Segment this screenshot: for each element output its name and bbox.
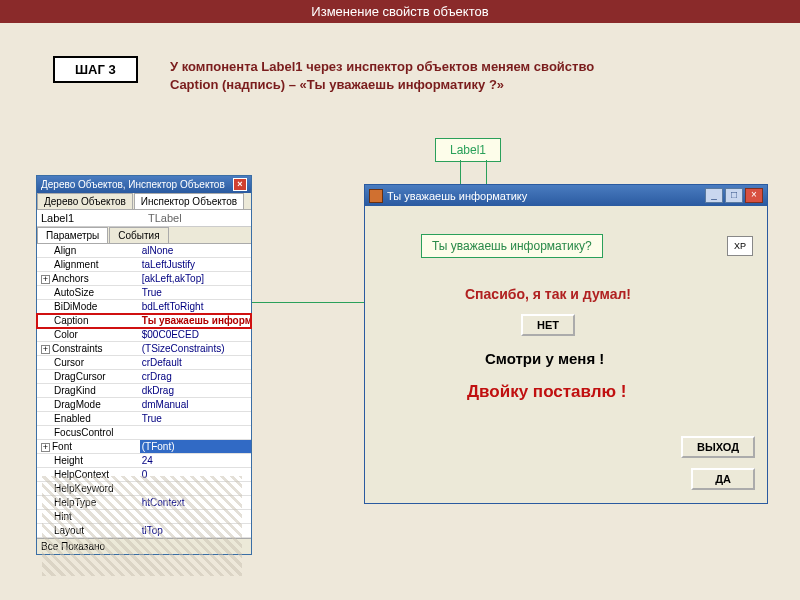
property-value[interactable]: dmManual <box>140 398 251 411</box>
connector-line <box>250 302 370 303</box>
property-row[interactable]: AlignmenttaLeftJustify <box>37 258 251 272</box>
property-value[interactable]: [akLeft,akTop] <box>140 272 251 285</box>
property-name: DragMode <box>37 398 140 411</box>
tab-object-inspector[interactable]: Инспектор Объектов <box>134 193 244 209</box>
yes-button[interactable]: ДА <box>691 468 755 490</box>
slide-title: Изменение свойств объектов <box>0 0 800 23</box>
property-value[interactable]: True <box>140 412 251 425</box>
property-value[interactable]: taLeftJustify <box>140 258 251 271</box>
object-name: Label1 <box>37 210 144 226</box>
property-name: Cursor <box>37 356 140 369</box>
inspector-titlebar[interactable]: Дерево Объектов, Инспектор Объектов × <box>37 176 251 193</box>
xp-manifest-icon[interactable]: XP <box>727 236 753 256</box>
inspector-title-text: Дерево Объектов, Инспектор Объектов <box>41 179 225 190</box>
property-name: DragCursor <box>37 370 140 383</box>
property-value[interactable]: 24 <box>140 454 251 467</box>
property-name: Height <box>37 454 140 467</box>
property-row[interactable]: +Font(TFont) <box>37 440 251 454</box>
hatched-region <box>42 476 242 576</box>
label-two[interactable]: Двойку поставлю ! <box>467 382 626 402</box>
form-title-text: Ты уважаешь информатику <box>387 190 527 202</box>
property-name: BiDiMode <box>37 300 140 313</box>
property-row[interactable]: DragCursorcrDrag <box>37 370 251 384</box>
property-name: FocusControl <box>37 426 140 439</box>
object-selector[interactable]: Label1 TLabel <box>37 210 251 227</box>
expand-icon[interactable]: + <box>41 345 50 354</box>
app-icon <box>369 189 383 203</box>
property-name: DragKind <box>37 384 140 397</box>
maximize-icon[interactable]: □ <box>725 188 743 203</box>
expand-icon[interactable]: + <box>41 443 50 452</box>
form-canvas[interactable]: Ты уважаешь информатику? XP Спасибо, я т… <box>365 206 767 502</box>
property-row[interactable]: +Constraints(TSizeConstraints) <box>37 342 251 356</box>
label1-callout: Label1 <box>435 138 501 162</box>
instruction-text: У компонента Label1 через инспектор объе… <box>170 58 600 93</box>
no-button[interactable]: НЕТ <box>521 314 575 336</box>
form-titlebar[interactable]: Ты уважаешь информатику _ □ × <box>365 185 767 206</box>
property-value[interactable]: (TSizeConstraints) <box>140 342 251 355</box>
property-name: Align <box>37 244 140 257</box>
property-row[interactable]: CursorcrDefault <box>37 356 251 370</box>
form-designer-window: Ты уважаешь информатику _ □ × Ты уважаеш… <box>364 184 768 504</box>
property-name: Color <box>37 328 140 341</box>
property-row[interactable]: FocusControl <box>37 426 251 440</box>
property-name: Alignment <box>37 258 140 271</box>
property-name: Caption <box>37 314 140 327</box>
subtab-properties[interactable]: Параметры <box>37 227 108 243</box>
property-value[interactable]: bdLeftToRight <box>140 300 251 313</box>
property-row[interactable]: BiDiModebdLeftToRight <box>37 300 251 314</box>
property-value[interactable]: $00C0ECED <box>140 328 251 341</box>
minimize-icon[interactable]: _ <box>705 188 723 203</box>
property-value[interactable]: Ты уважаешь информатику? <box>140 314 251 327</box>
property-value[interactable]: dkDrag <box>140 384 251 397</box>
property-value[interactable]: alNone <box>140 244 251 257</box>
inspector-tabs: Дерево Объектов Инспектор Объектов <box>37 193 251 210</box>
object-type: TLabel <box>144 210 251 226</box>
label-thanks[interactable]: Спасибо, я так и думал! <box>465 286 631 302</box>
property-name: +Anchors <box>37 272 140 285</box>
tab-object-tree[interactable]: Дерево Объектов <box>37 193 133 209</box>
property-row[interactable]: AlignalNone <box>37 244 251 258</box>
label-look[interactable]: Смотри у меня ! <box>485 350 604 367</box>
property-row[interactable]: DragKinddkDrag <box>37 384 251 398</box>
property-name: AutoSize <box>37 286 140 299</box>
property-row[interactable]: +Anchors[akLeft,akTop] <box>37 272 251 286</box>
property-name: +Constraints <box>37 342 140 355</box>
close-icon[interactable]: × <box>233 178 247 191</box>
property-row[interactable]: DragModedmManual <box>37 398 251 412</box>
step-badge: ШАГ 3 <box>53 56 138 83</box>
property-row[interactable]: Color$00C0ECED <box>37 328 251 342</box>
property-row[interactable]: CaptionТы уважаешь информатику? <box>37 314 251 328</box>
property-row[interactable]: EnabledTrue <box>37 412 251 426</box>
property-value[interactable] <box>140 426 251 439</box>
property-value[interactable]: True <box>140 286 251 299</box>
property-value[interactable]: crDefault <box>140 356 251 369</box>
property-row[interactable]: AutoSizeTrue <box>37 286 251 300</box>
property-value[interactable]: (TFont) <box>140 440 251 453</box>
close-icon[interactable]: × <box>745 188 763 203</box>
property-name: +Font <box>37 440 140 453</box>
subtab-events[interactable]: События <box>109 227 168 243</box>
property-row[interactable]: Height24 <box>37 454 251 468</box>
property-name: Enabled <box>37 412 140 425</box>
inspector-subtabs: Параметры События <box>37 227 251 244</box>
label1-component[interactable]: Ты уважаешь информатику? <box>421 234 603 258</box>
property-value[interactable]: crDrag <box>140 370 251 383</box>
expand-icon[interactable]: + <box>41 275 50 284</box>
exit-button[interactable]: ВЫХОД <box>681 436 755 458</box>
